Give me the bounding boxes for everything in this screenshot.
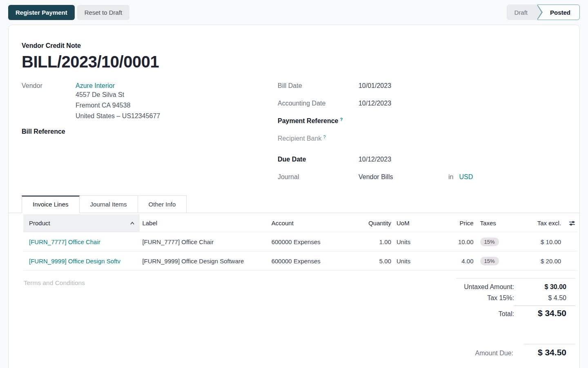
- vendor-label: Vendor: [22, 82, 76, 90]
- tax-amount-value: $ 4.50: [514, 294, 575, 302]
- tax-badge: 15%: [480, 257, 499, 265]
- price-cell: 4.00: [419, 258, 474, 265]
- payment-reference-help-icon[interactable]: ?: [340, 117, 343, 122]
- vendor-address-line: Fremont CA 94538: [76, 100, 160, 111]
- terms-and-conditions-placeholder[interactable]: Terms and Conditions: [24, 279, 85, 287]
- status-draft[interactable]: Draft: [507, 4, 537, 20]
- account-cell: 600000 Expenses: [269, 258, 358, 265]
- form-sheet: Vendor Credit Note BILL/2023/10/0001 Ven…: [8, 25, 580, 368]
- due-date-value[interactable]: 10/12/2023: [359, 156, 391, 163]
- price-cell: 10.00: [419, 238, 474, 245]
- tab-journal-items[interactable]: Journal Items: [79, 195, 138, 213]
- journal-value[interactable]: Vendor Bills: [359, 173, 448, 181]
- amount-due-block: Amount Due: $ 34.50: [9, 344, 575, 357]
- table-row[interactable]: [FURN_9999] Office Design Softv [FURN_99…: [23, 251, 577, 271]
- column-header-label[interactable]: Label: [140, 220, 268, 227]
- column-header-quantity[interactable]: Quantity: [357, 220, 391, 227]
- column-header-product[interactable]: Product: [23, 214, 140, 232]
- column-header-tax-excl[interactable]: Tax excl.: [508, 220, 561, 227]
- quantity-cell: 5.00: [357, 258, 391, 265]
- status-posted-label: Posted: [550, 9, 570, 16]
- product-link[interactable]: [FURN_7777] Office Chair: [29, 238, 100, 245]
- account-cell: 600000 Expenses: [269, 238, 358, 245]
- status-arrow-icon: [537, 6, 541, 19]
- table-row[interactable]: [FURN_7777] Office Chair [FURN_7777] Off…: [23, 232, 577, 251]
- journal-in-text: in: [448, 173, 453, 181]
- due-date-label: Due Date: [278, 156, 359, 163]
- tax-badge: 15%: [480, 238, 499, 246]
- totals-block: Untaxed Amount: $ 30.00 Tax 15%: $ 4.50 …: [456, 278, 575, 322]
- register-payment-button[interactable]: Register Payment: [8, 5, 75, 20]
- vendor-address-line: 4557 De Silva St: [76, 90, 160, 100]
- amount-due-label: Amount Due:: [475, 350, 513, 357]
- journal-currency-link[interactable]: USD: [459, 173, 473, 181]
- document-type-label: Vendor Credit Note: [22, 42, 566, 49]
- uom-cell: Units: [391, 238, 419, 245]
- product-link[interactable]: [FURN_9999] Office Design Softv: [29, 258, 120, 265]
- column-header-price[interactable]: Price: [419, 220, 474, 227]
- untaxed-amount-label: Untaxed Amount:: [464, 283, 514, 291]
- tab-invoice-lines[interactable]: Invoice Lines: [22, 195, 80, 213]
- statusbar: Draft Posted: [507, 4, 580, 20]
- bill-date-value[interactable]: 10/01/2023: [359, 82, 391, 90]
- document-title: BILL/2023/10/0001: [22, 52, 566, 72]
- tax-excl-cell: $ 20.00: [508, 258, 561, 265]
- uom-cell: Units: [391, 258, 419, 265]
- label-cell: [FURN_9999] Office Design Software: [140, 258, 268, 265]
- recipient-bank-help-icon[interactable]: ?: [323, 135, 326, 139]
- accounting-date-value[interactable]: 10/12/2023: [359, 100, 391, 107]
- total-label: Total:: [499, 310, 514, 318]
- label-cell: [FURN_7777] Office Chair: [140, 238, 268, 245]
- sort-asc-icon: [130, 221, 135, 225]
- vendor-address-line: United States – US12345677: [76, 111, 160, 121]
- bill-date-label: Bill Date: [278, 82, 359, 90]
- sliders-icon: [568, 220, 576, 226]
- optional-columns-button[interactable]: [561, 220, 577, 226]
- quantity-cell: 1.00: [357, 238, 391, 245]
- reset-to-draft-button[interactable]: Reset to Draft: [77, 5, 130, 20]
- toolbar: Register Payment Reset to Draft Draft Po…: [0, 0, 588, 25]
- column-header-account[interactable]: Account: [269, 220, 358, 227]
- tab-other-info[interactable]: Other Info: [138, 195, 187, 213]
- invoice-lines-table: Product Label Account Quantity UoM Price…: [23, 214, 577, 271]
- total-value: $ 34.50: [514, 305, 575, 318]
- bill-reference-label: Bill Reference: [22, 128, 103, 135]
- column-header-taxes[interactable]: Taxes: [474, 220, 508, 227]
- status-posted[interactable]: Posted: [537, 4, 580, 20]
- notebook-tabs: Invoice Lines Journal Items Other Info: [9, 195, 579, 213]
- payment-reference-label: Payment Reference: [278, 117, 339, 124]
- vendor-link[interactable]: Azure Interior: [76, 82, 115, 89]
- column-header-product-label: Product: [29, 220, 50, 227]
- journal-label: Journal: [278, 173, 359, 181]
- column-header-uom[interactable]: UoM: [391, 220, 419, 227]
- tax-excl-cell: $ 10.00: [508, 238, 561, 245]
- untaxed-amount-value: $ 30.00: [514, 283, 575, 291]
- amount-due-value: $ 34.50: [524, 344, 575, 357]
- accounting-date-label: Accounting Date: [278, 100, 359, 107]
- recipient-bank-label: Recipient Bank: [278, 135, 322, 142]
- tax-amount-label: Tax 15%:: [487, 294, 514, 302]
